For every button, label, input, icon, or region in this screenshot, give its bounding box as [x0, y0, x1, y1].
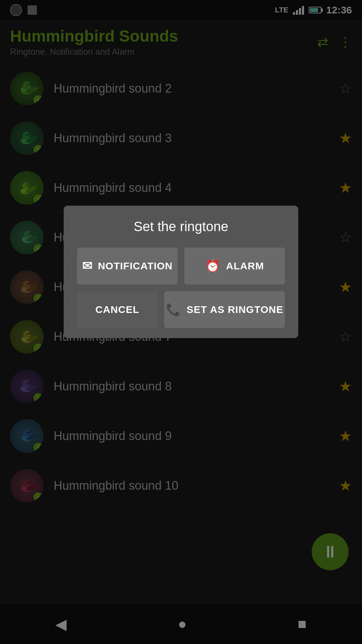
alarm-button[interactable]: ⏰ ALARM — [184, 248, 285, 284]
dialog-row-2: CANCEL 📞 SET AS RINGTONE — [77, 291, 285, 328]
dialog-title: Set the ringtone — [77, 219, 285, 234]
ringtone-icon: 📞 — [166, 303, 181, 317]
notification-button[interactable]: ✉ NOTIFICATION — [77, 248, 178, 284]
dialog-overlay: Set the ringtone ✉ NOTIFICATION ⏰ ALARM … — [0, 0, 362, 644]
notification-icon: ✉ — [82, 259, 93, 273]
alarm-icon: ⏰ — [205, 259, 221, 273]
dialog-row-1: ✉ NOTIFICATION ⏰ ALARM — [77, 248, 285, 284]
notification-label: NOTIFICATION — [98, 260, 173, 272]
cancel-label: CANCEL — [96, 304, 139, 315]
ringtone-label: SET AS RINGTONE — [187, 304, 283, 315]
cancel-button[interactable]: CANCEL — [77, 291, 158, 328]
ringtone-dialog: Set the ringtone ✉ NOTIFICATION ⏰ ALARM … — [64, 206, 298, 338]
set-ringtone-button[interactable]: 📞 SET AS RINGTONE — [164, 291, 285, 328]
alarm-label: ALARM — [226, 260, 264, 272]
